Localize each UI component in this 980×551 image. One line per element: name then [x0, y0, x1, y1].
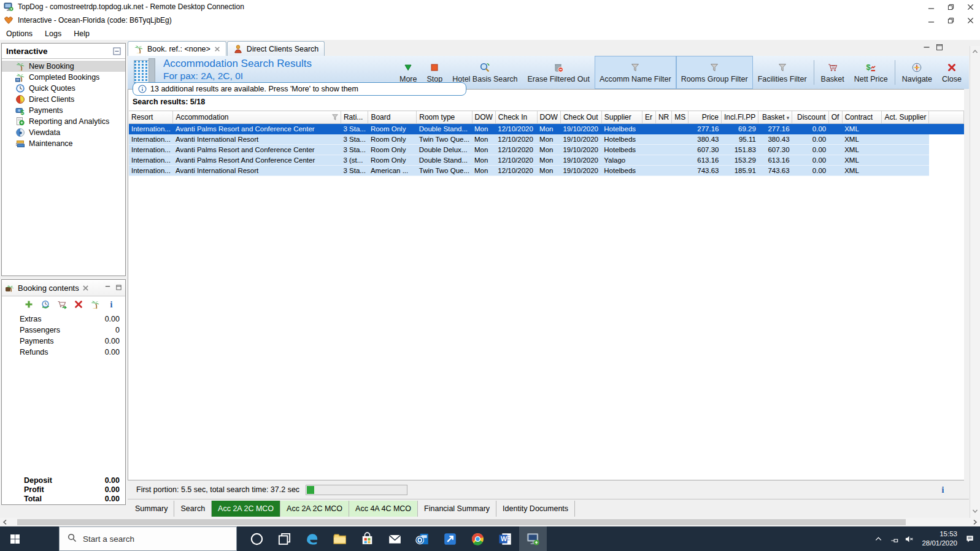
column-header-ms[interactable]: MS — [672, 111, 689, 124]
toolbar-button-rooms-group-filter[interactable]: Rooms Group Filter — [676, 56, 753, 89]
quick-quote-clock-icon[interactable] — [41, 299, 50, 309]
sidebar-item-viewdata[interactable]: Viewdata — [2, 127, 125, 138]
table-row[interactable]: Internation...Avanti Palms Resort And Co… — [129, 155, 964, 166]
restore-button[interactable] — [941, 0, 960, 13]
basket-move-icon[interactable] — [57, 299, 67, 309]
delete-x-icon[interactable] — [74, 299, 83, 309]
table-row[interactable]: Internation...Avanti International Resor… — [129, 166, 964, 176]
mail-icon[interactable] — [381, 526, 409, 551]
word-icon[interactable]: W — [492, 526, 519, 551]
start-button[interactable] — [0, 526, 29, 551]
scrollbar-thumb[interactable] — [17, 519, 906, 525]
table-row[interactable]: Internation...Avanti Palms Resort and Co… — [129, 124, 964, 134]
toolbar-button-nett-price[interactable]: $ Nett Price — [849, 56, 893, 89]
column-header-basket[interactable]: Basket▾ — [758, 111, 792, 124]
column-header-dow[interactable]: DOW — [537, 111, 560, 124]
tray-network-icon[interactable] — [886, 526, 901, 551]
column-header-resort[interactable]: Resort — [129, 111, 173, 124]
column-header-board[interactable]: Board — [368, 111, 417, 124]
scroll-left-icon[interactable] — [0, 519, 10, 525]
collapse-icon[interactable] — [113, 47, 121, 55]
toolbar-button-close[interactable]: Close — [937, 56, 966, 89]
column-header-check-out[interactable]: Check Out — [560, 111, 601, 124]
table-row[interactable]: Internation...Avanti International Resor… — [129, 134, 964, 145]
menu-item-logs[interactable]: Logs — [39, 27, 68, 40]
sidebar-item-reporting-and-analytics[interactable]: Reporting and Analytics — [2, 116, 125, 127]
tab-book-ref[interactable]: Book. ref.: <none> — [128, 41, 226, 56]
column-header-act-supplier[interactable]: Act. Supplier — [882, 111, 929, 124]
horizontal-scrollbar[interactable] — [0, 518, 980, 526]
column-header-rati[interactable]: Rati... — [341, 111, 368, 124]
bottom-tab-identity-documents[interactable]: Identity Documents — [496, 501, 575, 517]
app-close-button[interactable] — [960, 13, 980, 27]
booking-contents-tab[interactable]: Booking contents — [2, 280, 125, 296]
booking-contents-close-icon[interactable] — [82, 285, 89, 291]
taskbar-search-input[interactable]: Start a search — [59, 526, 237, 551]
column-header-er[interactable]: Er — [642, 111, 656, 124]
tab-direct-clients-search[interactable]: Direct Clients Search — [227, 41, 325, 56]
sidebar-item-payments[interactable]: $ Payments — [2, 105, 125, 116]
bottom-tab-search[interactable]: Search — [174, 501, 212, 517]
vertical-scrollbar[interactable] — [970, 46, 980, 518]
taskbar-clock[interactable]: 15:53 28/01/2020 — [922, 530, 957, 548]
status-info-icon[interactable]: i — [938, 485, 948, 495]
file-explorer-icon[interactable] — [326, 526, 353, 551]
remote-desktop-icon[interactable] — [519, 526, 547, 551]
table-row[interactable]: Internation...Avanti Palms Resort and Co… — [129, 145, 964, 155]
sidebar-item-new-booking[interactable]: New Booking — [2, 61, 125, 72]
scroll-up-icon[interactable] — [972, 48, 978, 56]
sidebar-item-direct-clients[interactable]: Direct Clients — [2, 94, 125, 105]
toolbar-button-erase-filtered-out[interactable]: Erase Filtered Out — [523, 56, 595, 89]
tab-close-icon[interactable] — [214, 46, 220, 52]
app-minimize-button[interactable] — [921, 13, 941, 27]
scroll-right-icon[interactable] — [970, 519, 980, 525]
toolbar-button-basket[interactable]: Basket — [816, 56, 849, 89]
toolbar-button-facilities-filter[interactable]: Facilities Filter — [753, 56, 812, 89]
menu-item-options[interactable]: Options — [0, 27, 39, 40]
bottom-tab-summary[interactable]: Summary — [129, 501, 174, 517]
bottom-tab-acc-2a-2c-mco[interactable]: Acc 2A 2C MCO — [280, 501, 349, 517]
chrome-icon[interactable] — [464, 526, 492, 551]
palm-small-icon[interactable] — [90, 299, 100, 309]
bottom-tab-acc-4a-4c-mco[interactable]: Acc 4A 4C MCO — [349, 501, 418, 517]
column-header-price[interactable]: Price — [689, 111, 722, 124]
cortana-icon[interactable] — [243, 526, 271, 551]
booking-panel-maximize-icon[interactable] — [115, 283, 122, 293]
notification-center-icon[interactable] — [962, 526, 978, 551]
add-icon[interactable] — [24, 299, 34, 309]
column-header-accommodation[interactable]: Accommodation — [173, 111, 341, 124]
info-i-icon[interactable]: i — [107, 299, 117, 309]
outlook-icon[interactable] — [409, 526, 436, 551]
column-header-nr[interactable]: NR — [655, 111, 671, 124]
column-header-blank[interactable] — [929, 111, 964, 124]
store-icon[interactable] — [353, 526, 381, 551]
blue-arrow-app-icon[interactable] — [436, 526, 464, 551]
column-header-room-type[interactable]: Room type — [417, 111, 472, 124]
edge-icon[interactable] — [298, 526, 326, 551]
sidebar-item-quick-quotes[interactable]: Quick Quotes — [2, 83, 125, 94]
column-header-of[interactable]: Of — [828, 111, 842, 124]
column-header-check-in[interactable]: Check In — [495, 111, 537, 124]
toolbar-button-navigate[interactable]: Navigate — [897, 56, 937, 89]
bottom-tab-acc-2a-2c-mco[interactable]: Acc 2A 2C MCO — [212, 501, 280, 517]
tray-caret-icon[interactable] — [871, 526, 886, 551]
column-header-contract[interactable]: Contract — [842, 111, 882, 124]
close-button[interactable] — [960, 0, 980, 13]
task-view-icon[interactable] — [271, 526, 298, 551]
scroll-down-icon[interactable] — [972, 507, 978, 516]
tray-volume-muted-icon[interactable] — [901, 526, 917, 551]
sidebar-item-maintenance[interactable]: Maintenance — [2, 138, 125, 149]
view-maximize-icon[interactable] — [936, 44, 943, 53]
column-header-incl-fl-pp[interactable]: Incl.Fl.PP — [721, 111, 758, 124]
minimize-button[interactable] — [921, 0, 941, 13]
view-minimize-icon[interactable] — [923, 44, 930, 53]
toolbar-button-accomm-name-filter[interactable]: Accomm Name Filter — [595, 56, 676, 89]
column-header-discount[interactable]: Discount — [792, 111, 829, 124]
sidebar-item-completed-bookings[interactable]: Completed Bookings — [2, 72, 125, 83]
booking-panel-minimize-icon[interactable] — [104, 283, 111, 293]
menu-item-help[interactable]: Help — [68, 27, 96, 40]
column-header-supplier[interactable]: Supplier — [601, 111, 642, 124]
column-filter-funnel-icon[interactable] — [331, 113, 339, 121]
app-restore-button[interactable] — [941, 13, 960, 27]
bottom-tab-financial-summary[interactable]: Financial Summary — [418, 501, 496, 517]
